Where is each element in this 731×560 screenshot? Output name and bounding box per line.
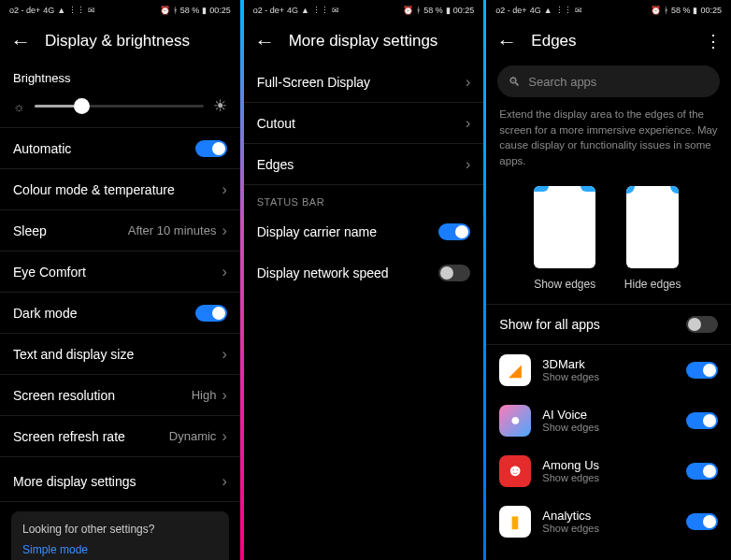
titlebar: ← Edges ⋮ [486, 21, 731, 62]
app-switch[interactable] [686, 463, 718, 480]
chevron-right-icon: › [466, 156, 470, 173]
content: Full-Screen Display › Cutout › Edges › S… [244, 62, 484, 560]
status-right: ⏰ ᚼ 58 % ▮ 00:25 [160, 6, 231, 15]
more-display-row[interactable]: More display settings › [0, 461, 240, 502]
content: 🔍︎ Search apps Extend the display area t… [486, 62, 731, 560]
row-label: Cutout [257, 116, 295, 131]
titlebar: ← More display settings [244, 21, 484, 62]
row-label: Colour mode & temperature [13, 182, 175, 197]
carrier-label: o2 - de+ [9, 6, 40, 15]
screen-resolution-row[interactable]: Screen resolution High› [0, 375, 240, 416]
carrier-name-switch[interactable] [438, 223, 470, 240]
row-label: Full-Screen Display [257, 75, 370, 90]
dark-mode-switch[interactable] [195, 305, 227, 322]
automatic-label: Automatic [13, 141, 71, 156]
cutout-row[interactable]: Cutout › [244, 103, 484, 144]
status-bar: o2 - de+ 4G ▲ ⋮⋮ ✉ ⏰ ᚼ 58 % ▮ 00:25 [0, 0, 240, 21]
app-list: ◢3DMarkShow edges●AI VoiceShow edges☻Amo… [486, 345, 731, 547]
alarm-icon: ⏰ [651, 6, 661, 15]
status-bar-section: STATUS BAR [244, 185, 484, 211]
app-sub: Show edges [542, 371, 675, 382]
automatic-switch[interactable] [195, 140, 227, 157]
text-size-row[interactable]: Text and display size › [0, 334, 240, 375]
chevron-right-icon: › [222, 264, 226, 280]
app-row[interactable]: ◢3DMarkShow edges [486, 345, 731, 395]
app-sub: Show edges [542, 422, 675, 433]
app-info: AI VoiceShow edges [542, 408, 675, 433]
chevron-right-icon: › [222, 223, 226, 239]
edge-preview-hide [626, 186, 679, 268]
back-icon[interactable]: ← [254, 31, 275, 52]
mail-icon: ✉ [332, 6, 339, 15]
colour-mode-row[interactable]: Colour mode & temperature › [0, 169, 240, 210]
back-icon[interactable]: ← [10, 31, 31, 52]
app-row[interactable]: ☻Among UsShow edges [486, 446, 731, 496]
sleep-row[interactable]: Sleep After 10 minutes› [0, 210, 240, 251]
signal-icon: ▲ [544, 6, 552, 15]
bluetooth-icon: ᚼ [416, 6, 421, 15]
battery-label: 58 % [423, 6, 443, 15]
brightness-slider[interactable] [35, 105, 204, 108]
status-left: o2 - de+ 4G ▲ ⋮⋮ ✉ [495, 6, 581, 15]
app-switch[interactable] [686, 362, 718, 379]
row-value: After 10 minutes [128, 223, 217, 237]
suggestion-link-simple-mode[interactable]: Simple mode [22, 543, 218, 556]
row-label: Sleep [13, 223, 47, 238]
screen-more-display: o2 - de+ 4G ▲ ⋮⋮ ✉ ⏰ ᚼ 58 % ▮ 00:25 ← Mo… [244, 0, 484, 560]
mail-icon: ✉ [88, 6, 95, 15]
page-title: More display settings [289, 32, 438, 50]
row-label: More display settings [13, 474, 136, 489]
row-label: Display carrier name [257, 224, 377, 239]
app-icon: ☻ [499, 455, 531, 487]
carrier-label: o2 - de+ [253, 6, 284, 15]
network-speed-switch[interactable] [438, 265, 470, 281]
edge-label-show: Show edges [534, 278, 595, 291]
clock-label: 00:25 [209, 6, 231, 15]
app-switch[interactable] [686, 513, 718, 530]
edge-label-hide: Hide edges [624, 278, 681, 291]
carrier-label: o2 - de+ [495, 6, 526, 15]
app-row[interactable]: ●AI VoiceShow edges [486, 395, 731, 446]
edge-option-show[interactable]: Show edges [534, 186, 595, 291]
back-icon[interactable]: ← [496, 31, 517, 52]
carrier-name-row: Display carrier name [244, 211, 484, 252]
status-bar: o2 - de+ 4G ▲ ⋮⋮ ✉ ⏰ ᚼ 58 % ▮ 00:25 [486, 0, 731, 21]
network-speed-row: Display network speed [244, 252, 484, 294]
screen-refresh-row[interactable]: Screen refresh rate Dynamic› [0, 416, 240, 457]
app-info: AnalyticsShow edges [542, 509, 675, 534]
suggestion-box: Looking for other settings? Simple mode … [11, 511, 229, 560]
sun-bright-icon: ☀ [213, 96, 227, 116]
edges-description: Extend the display area to the edges of … [486, 107, 731, 180]
edges-row[interactable]: Edges › [244, 144, 484, 185]
eye-comfort-row[interactable]: Eye Comfort › [0, 251, 240, 293]
alarm-icon: ⏰ [403, 6, 413, 15]
app-name: Analytics [542, 509, 675, 523]
app-name: Among Us [542, 458, 675, 472]
search-input[interactable]: 🔍︎ Search apps [497, 65, 720, 97]
app-switch[interactable] [686, 412, 718, 429]
status-left: o2 - de+ 4G ▲ ⋮⋮ ✉ [9, 6, 95, 15]
bluetooth-icon: ᚼ [173, 6, 178, 15]
app-icon: ▮ [499, 506, 531, 538]
chevron-right-icon: › [222, 346, 226, 363]
content: Brightness ☼ ☀ Automatic Colour mode & t… [0, 62, 240, 560]
row-label: Edges [257, 157, 294, 172]
app-icon: ● [499, 405, 531, 437]
sun-dim-icon: ☼ [13, 99, 25, 114]
chevron-right-icon: › [222, 428, 226, 445]
page-title: Display & brightness [45, 32, 190, 50]
fullscreen-display-row[interactable]: Full-Screen Display › [244, 62, 484, 103]
chevron-right-icon: › [222, 181, 226, 198]
app-info: Among UsShow edges [542, 458, 675, 483]
show-all-apps-row: Show for all apps [486, 304, 731, 345]
show-all-switch[interactable] [686, 316, 718, 333]
status-right: ⏰ ᚼ 58 % ▮ 00:25 [651, 6, 722, 15]
overflow-menu-icon[interactable]: ⋮ [705, 31, 720, 51]
edge-option-hide[interactable]: Hide edges [622, 186, 683, 291]
edge-options: Show edges Hide edges [486, 180, 731, 304]
chevron-right-icon: › [222, 473, 226, 490]
row-value: High [192, 388, 217, 402]
app-row[interactable]: ▮AnalyticsShow edges [486, 496, 731, 547]
signal-icon: ▲ [57, 6, 65, 15]
signal-label: 4G [43, 6, 54, 15]
